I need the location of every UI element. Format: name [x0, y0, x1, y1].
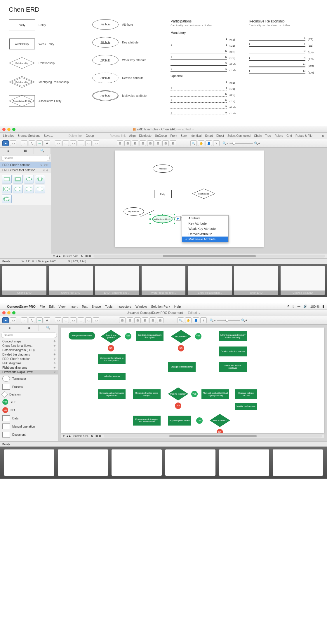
tool-icon[interactable]: ▭ [78, 317, 84, 323]
menu-app[interactable]: ConceptDraw PRO [7, 305, 36, 308]
gallery-item[interactable]: WordPress file-refe... [142, 266, 186, 295]
library-item[interactable]: ERD, Chen's notation⊗ [0, 357, 58, 361]
help-tool-icon[interactable]: ? [213, 140, 220, 146]
flow-employ[interactable]: Employ staff? [171, 330, 191, 343]
menu-ungroup[interactable]: UnGroup [155, 134, 167, 137]
rect-tool-icon[interactable]: ▭ [10, 317, 16, 323]
flow-evaluate[interactable]: Evaluate training outcome [235, 389, 257, 399]
tool-icon[interactable]: ▭ [85, 140, 92, 146]
zoom-out-icon[interactable]: 🔍− [222, 141, 228, 145]
gallery-item[interactable]: Crow's foot ERD [49, 266, 93, 295]
page-nav[interactable]: ⊟ ◀ ▶ [53, 255, 61, 258]
shape-item[interactable]: Decision [0, 391, 58, 398]
wifi-icon[interactable]: ⬲ [297, 305, 300, 308]
flow-no[interactable]: NO [108, 345, 114, 351]
sidebar-tab-search[interactable]: 🔍 [39, 325, 58, 331]
menu-back[interactable]: Back [181, 134, 187, 137]
align-tool-icon[interactable]: ⊟ [170, 140, 176, 146]
menu-rulers[interactable]: Rulers [274, 134, 283, 137]
zoom-tool-icon[interactable]: 🔍 [190, 140, 197, 146]
flow-move[interactable]: Move current employee to the new positio… [98, 354, 126, 364]
user-icon[interactable]: 👤 [193, 317, 199, 323]
text-tool-icon[interactable]: A [44, 140, 50, 146]
menu-select-connected[interactable]: Select Connected [227, 134, 251, 137]
flow-undertake[interactable]: Undertake training needs analysis [133, 389, 161, 399]
tool-icon[interactable]: ▭ [70, 140, 76, 146]
gallery-item[interactable] [112, 449, 162, 476]
shape-item[interactable]: Manual operation [0, 422, 58, 430]
menu-solution-park[interactable]: Solution Park [151, 305, 170, 308]
flow-no[interactable]: NO [175, 402, 181, 409]
canvas-page[interactable]: Attribute Entity Key attribute Relations… [115, 150, 264, 247]
maximize-icon[interactable] [12, 311, 15, 314]
zoom-slider[interactable]: 🔍− 🔍+ [210, 318, 247, 322]
text-tool-icon[interactable]: A [44, 317, 50, 323]
align-tool-icon[interactable]: ⊟ [119, 317, 126, 323]
palette-multi-attr[interactable] [2, 195, 12, 203]
shape-item[interactable]: Terminator [0, 374, 58, 383]
library-item[interactable]: Flowcharts Rapid Draw⊗ [0, 370, 58, 374]
sidebar-tab-list[interactable]: ≡ [0, 325, 19, 331]
volume-icon[interactable]: 🔊 [303, 304, 307, 308]
pointer-tool-icon[interactable]: ➤ [2, 317, 9, 323]
ellipse-tool-icon[interactable]: ○ [21, 140, 27, 146]
canvas-page[interactable]: New position required Recruit new person… [61, 328, 324, 433]
erd-key-attr[interactable]: Key attribute [124, 207, 144, 216]
context-attribute[interactable]: Attribute [182, 216, 228, 221]
tool-icon[interactable]: ▭ [62, 140, 69, 146]
shape-item[interactable]: NONO [0, 406, 58, 414]
library-crows-foot[interactable]: ERD, crow's foot notation⊝ ⊗ [0, 168, 51, 173]
zoom-stepper[interactable]: ⇅ [81, 255, 83, 258]
shape-item[interactable]: Document [0, 430, 58, 439]
close-icon[interactable] [2, 128, 6, 131]
palette-assoc[interactable] [2, 185, 12, 193]
align-tool-icon[interactable]: ⊟ [134, 317, 141, 323]
flow-new-position[interactable]: New position required [69, 332, 95, 340]
palette-key-attr[interactable] [24, 185, 34, 193]
gallery-item[interactable] [58, 449, 108, 476]
connector-tool-icon[interactable]: ⤳ [36, 317, 43, 323]
tool-icon[interactable]: ▭ [78, 140, 84, 146]
context-key-attribute[interactable]: Key Attribute [182, 221, 228, 226]
flow-engage[interactable]: Engage contractor/temp [168, 362, 196, 372]
hand-tool-icon[interactable]: ✋ [198, 140, 204, 146]
palette-ident-rel[interactable] [35, 175, 45, 183]
menu-direct[interactable]: Direct [216, 134, 224, 137]
context-derived-attribute[interactable]: Derived Attribute [182, 231, 228, 237]
menu-help[interactable]: Help [174, 305, 181, 308]
menu-inspectors[interactable]: Inspectors [116, 305, 131, 308]
flow-yes[interactable]: YES [125, 333, 131, 340]
zoom-level[interactable]: Custom 59% [73, 435, 88, 438]
flow-conduct-sel[interactable]: Conduct selection process [219, 346, 247, 356]
align-tool-icon[interactable]: ⊟ [162, 140, 169, 146]
menu-tools[interactable]: Tools [105, 305, 113, 308]
palette-weak-entity[interactable] [13, 175, 23, 183]
flow-training[interactable]: Training required? [168, 387, 188, 400]
library-chen[interactable]: ERD, Chen's notation⊝ ⊗舎 [0, 162, 51, 168]
tool-icon[interactable]: ▭ [93, 140, 99, 146]
align-tool-icon[interactable]: ⊟ [117, 140, 123, 146]
gallery-item[interactable]: ERD - Students and ... [95, 266, 139, 295]
flow-select-appoint[interactable]: Select and appoint employee [219, 362, 247, 372]
tool-icon[interactable]: ▭ [62, 317, 69, 323]
erd-entity[interactable]: Entity [154, 190, 172, 198]
zoom-in-icon[interactable]: 🔍+ [241, 318, 247, 322]
align-tool-icon[interactable]: ⊟ [155, 140, 161, 146]
battery-icon[interactable]: ▮ [322, 304, 324, 308]
menu-window[interactable]: Window [135, 305, 147, 308]
view-buttons[interactable]: ▦ ▦ [95, 435, 102, 438]
menu-file[interactable]: File [40, 305, 45, 308]
menu-save[interactable]: Save... [44, 134, 53, 137]
menu-grid[interactable]: Grid [286, 134, 292, 137]
erd-relationship[interactable]: Relationship [192, 188, 215, 199]
align-tool-icon[interactable]: ⊟ [127, 317, 133, 323]
flow-set-goals[interactable]: Set goals and performance expectations [98, 389, 126, 399]
minimize-icon[interactable] [7, 311, 11, 314]
flow-yes[interactable]: YES [195, 333, 201, 340]
flow-yes[interactable]: YES [191, 391, 198, 397]
gallery-item[interactable]: Entity-Relationship... [188, 266, 232, 295]
menu-shape[interactable]: Shape [92, 305, 101, 308]
flow-review[interactable]: Review reward strategies and remuneratio… [133, 416, 161, 426]
library-item[interactable]: Concept maps⊗ [0, 339, 58, 344]
zoom-stepper[interactable]: ⇅ [91, 435, 93, 438]
